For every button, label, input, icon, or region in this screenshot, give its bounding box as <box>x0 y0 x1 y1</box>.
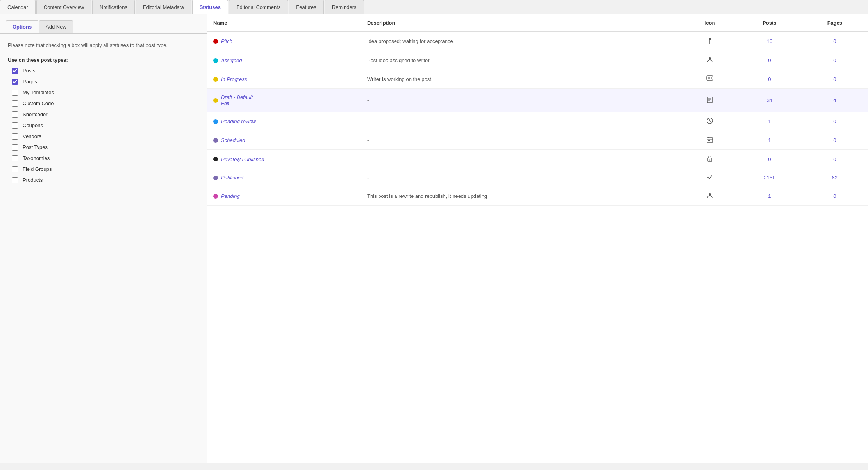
status-dot <box>213 194 218 199</box>
status-name-link[interactable]: Scheduled <box>221 137 245 143</box>
left-content: Please note that checking a box will app… <box>0 34 207 196</box>
col-header-description: Description <box>361 14 682 32</box>
status-name-cell: Published <box>207 169 361 187</box>
status-pages-count: 0 <box>802 51 868 70</box>
status-dot <box>213 119 218 124</box>
status-name-link[interactable]: In Progress <box>221 76 247 82</box>
top-nav-tabs: CalendarContent OverviewNotificationsEdi… <box>0 0 868 14</box>
status-posts-count: 0 <box>738 70 801 89</box>
col-header-posts: Posts <box>738 14 801 32</box>
checkbox-item-field-groups: Field Groups <box>12 166 199 172</box>
table-row: PitchIdea proposed; waiting for acceptan… <box>207 32 868 51</box>
top-tab-calendar[interactable]: Calendar <box>0 0 36 14</box>
checkbox-label-post-types: Post Types <box>23 144 48 150</box>
status-name-cell: Pending <box>207 187 361 206</box>
table-row: In ProgressWriter is working on the post… <box>207 70 868 89</box>
status-description: Writer is working on the post. <box>361 70 682 89</box>
status-icon <box>682 112 738 131</box>
status-name-link[interactable]: Draft - Default <box>221 94 253 100</box>
checkbox-label-vendors: Vendors <box>23 133 41 139</box>
checkbox-pages[interactable] <box>12 79 18 85</box>
checkbox-label-shortcoder: Shortcoder <box>23 111 48 117</box>
table-row: Published-215162 <box>207 169 868 187</box>
status-name-link[interactable]: Pending review <box>221 118 256 124</box>
checkbox-posts[interactable] <box>12 68 18 74</box>
status-name-cell: Assigned <box>207 51 361 70</box>
status-posts-count: 0 <box>738 51 801 70</box>
status-description: - <box>361 169 682 187</box>
table-row: Privately Published-00 <box>207 150 868 169</box>
table-row: Pending review-10 <box>207 112 868 131</box>
status-name-cell: Pitch <box>207 32 361 51</box>
status-name-link[interactable]: Pitch <box>221 38 232 44</box>
checkbox-item-products: Products <box>12 177 199 183</box>
table-row: Scheduled-10 <box>207 131 868 150</box>
checkbox-label-posts: Posts <box>23 68 36 74</box>
checkbox-taxonomies[interactable] <box>12 155 18 161</box>
checkbox-item-pages: Pages <box>12 79 199 85</box>
status-name-link[interactable]: Privately Published <box>221 156 264 162</box>
svg-point-6 <box>711 77 712 78</box>
top-tab-notifications[interactable]: Notifications <box>92 0 135 14</box>
status-dot <box>213 58 218 63</box>
status-icon <box>682 187 738 206</box>
status-icon <box>682 131 738 150</box>
top-tab-features[interactable]: Features <box>289 0 323 14</box>
status-posts-count: 1 <box>738 112 801 131</box>
checkbox-list: PostsPagesMy TemplatesCustom CodeShortco… <box>12 68 199 183</box>
checkbox-label-custom-code: Custom Code <box>23 100 54 106</box>
status-pages-count: 4 <box>802 89 868 112</box>
svg-point-0 <box>709 38 711 40</box>
checkbox-shortcoder[interactable] <box>12 111 18 118</box>
status-description: Idea proposed; waiting for acceptance. <box>361 32 682 51</box>
status-icon <box>682 169 738 187</box>
status-name-cell: Draft - DefaultEdit <box>207 89 361 112</box>
col-header-pages: Pages <box>802 14 868 32</box>
status-name-cell: In Progress <box>207 70 361 89</box>
top-tab-content-overview[interactable]: Content Overview <box>36 0 91 14</box>
svg-point-5 <box>709 77 710 78</box>
table-row: AssignedPost idea assigned to writer.00 <box>207 51 868 70</box>
col-header-name: Name <box>207 14 361 32</box>
top-tab-reminders[interactable]: Reminders <box>325 0 364 14</box>
checkbox-coupons[interactable] <box>12 122 18 129</box>
status-posts-count: 1 <box>738 187 801 206</box>
edit-link[interactable]: Edit <box>221 101 253 106</box>
status-name-link[interactable]: Published <box>221 175 243 181</box>
checkbox-custom-code[interactable] <box>12 100 18 107</box>
checkbox-post-types[interactable] <box>12 144 18 151</box>
table-row: Draft - DefaultEdit-344 <box>207 89 868 112</box>
status-name-cell: Scheduled <box>207 131 361 150</box>
checkbox-label-taxonomies: Taxonomies <box>23 155 50 161</box>
status-description: - <box>361 131 682 150</box>
checkbox-vendors[interactable] <box>12 133 18 140</box>
sub-tab-options[interactable]: Options <box>6 20 38 33</box>
right-panel: NameDescriptionIconPostsPages PitchIdea … <box>207 14 868 463</box>
checkbox-item-posts: Posts <box>12 68 199 74</box>
status-name-link[interactable]: Pending <box>221 193 240 199</box>
status-pages-count: 0 <box>802 131 868 150</box>
notice-text: Please note that checking a box will app… <box>8 41 199 49</box>
status-posts-count: 34 <box>738 89 801 112</box>
top-tab-editorial-comments[interactable]: Editorial Comments <box>229 0 288 14</box>
status-icon <box>682 32 738 51</box>
checkbox-products[interactable] <box>12 177 18 183</box>
checkbox-my-templates[interactable] <box>12 90 18 96</box>
table-header-row: NameDescriptionIconPostsPages <box>207 14 868 32</box>
status-pages-count: 0 <box>802 187 868 206</box>
svg-rect-19 <box>709 140 710 141</box>
status-dot <box>213 39 218 44</box>
checkbox-field-groups[interactable] <box>12 166 18 172</box>
sub-tab-add-new[interactable]: Add New <box>39 20 73 33</box>
top-tab-statuses[interactable]: Statuses <box>192 0 228 14</box>
post-types-label: Use on these post types: <box>8 57 199 63</box>
status-posts-count: 0 <box>738 150 801 169</box>
status-dot <box>213 98 218 103</box>
top-tab-editorial-metadata[interactable]: Editorial Metadata <box>136 0 191 14</box>
status-name-link[interactable]: Assigned <box>221 57 242 63</box>
status-icon <box>682 89 738 112</box>
status-description: Post idea assigned to writer. <box>361 51 682 70</box>
status-description: This post is a rewrite and republish, it… <box>361 187 682 206</box>
status-icon <box>682 150 738 169</box>
status-name-cell: Pending review <box>207 112 361 131</box>
